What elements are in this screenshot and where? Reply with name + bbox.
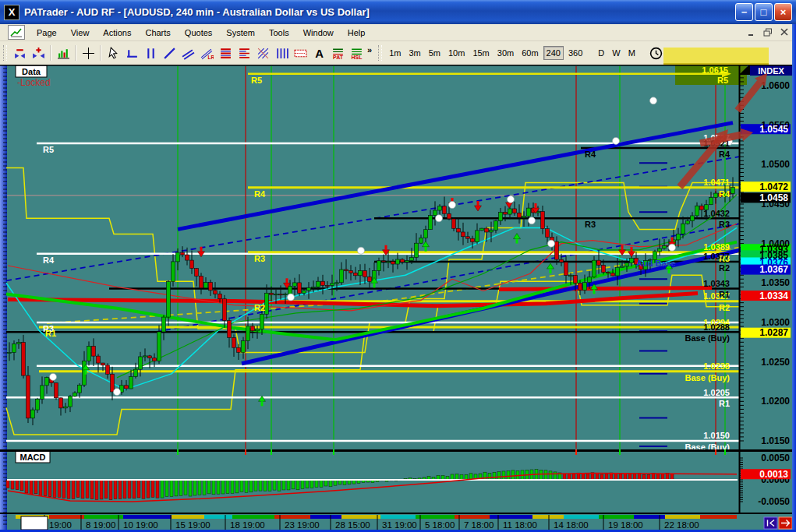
timeframe-30m-button[interactable]: 30m — [494, 46, 517, 60]
toolbar-grip[interactable] — [3, 45, 7, 61]
svg-text:1.0334: 1.0334 — [759, 291, 788, 301]
svg-text:5 18:00: 5 18:00 — [425, 520, 455, 530]
timeframe-360-button[interactable]: 360 — [565, 46, 586, 60]
vertical-line-tool-icon[interactable] — [141, 44, 160, 62]
svg-text:1.0500: 1.0500 — [761, 159, 790, 170]
svg-text:Base (Buy): Base (Buy) — [685, 373, 731, 382]
menu-item-quotes[interactable]: Quotes — [178, 26, 219, 40]
signal-dot-icon — [449, 202, 456, 209]
svg-text:R3: R3 — [254, 254, 265, 263]
svg-text:23 19:00: 23 19:00 — [285, 520, 320, 530]
page-chart-icon[interactable] — [8, 25, 25, 40]
svg-text:19 18:00: 19 18:00 — [608, 520, 643, 530]
go-to-begin-button[interactable] — [764, 517, 777, 529]
fib-levels-tool-icon[interactable] — [216, 44, 235, 62]
svg-text:31 19:00: 31 19:00 — [382, 520, 417, 530]
menu-item-tools[interactable]: Tools — [262, 26, 296, 40]
yellow-highlight-annotation — [663, 48, 769, 65]
app-icon: X — [4, 5, 19, 20]
window-title: PATrader - AUD RF - [AUDUSD, 240 min - A… — [24, 6, 734, 18]
svg-text:R4: R4 — [254, 189, 266, 199]
svg-text:1.0205: 1.0205 — [703, 388, 730, 397]
menu-bar: PageViewActionsChartsQuotesSystemToolsWi… — [0, 24, 796, 41]
timeframe-15m-button[interactable]: 15m — [469, 46, 492, 60]
mdi-minimize-button[interactable] — [745, 26, 759, 38]
parallel-lines-tool-icon[interactable] — [179, 44, 197, 62]
svg-text:R3: R3 — [719, 220, 730, 229]
svg-text:Base (Buy): Base (Buy) — [685, 333, 731, 343]
timeframe-5m-button[interactable]: 5m — [426, 46, 444, 60]
timeframe-1m-button[interactable]: 1m — [386, 46, 404, 60]
svg-text:1.0389: 1.0389 — [703, 242, 730, 252]
svg-text:1.0472: 1.0472 — [759, 181, 788, 192]
svg-text:R1: R1 — [719, 290, 730, 299]
menu-item-window[interactable]: Window — [296, 26, 341, 40]
toolbar-separator — [50, 45, 51, 61]
time-zones-tool-icon[interactable] — [272, 44, 291, 62]
red-support-line — [499, 287, 712, 289]
svg-text:10 19:00: 10 19:00 — [123, 520, 158, 530]
go-to-end-button[interactable] — [779, 517, 792, 529]
svg-text:Data: Data — [22, 67, 41, 76]
svg-text:1.0250: 1.0250 — [761, 357, 790, 368]
scale-expand-icon[interactable] — [29, 44, 48, 62]
close-button[interactable]: × — [774, 3, 792, 21]
period-D-button[interactable]: D — [595, 46, 607, 60]
gann-fan-tool-icon[interactable] — [253, 44, 272, 62]
menu-item-page[interactable]: Page — [30, 26, 64, 40]
menu-item-system[interactable]: System — [219, 26, 262, 40]
crosshair-icon[interactable] — [79, 44, 97, 62]
timeframe-10m-button[interactable]: 10m — [445, 46, 468, 60]
signal-dot-icon — [358, 247, 365, 254]
minimize-button[interactable]: − — [735, 3, 753, 21]
cycle-box-tool-icon[interactable] — [291, 44, 310, 62]
window-border-right — [792, 24, 796, 532]
signal-dot-icon — [508, 196, 515, 203]
toolbar-grip[interactable] — [378, 45, 382, 61]
period-M-button[interactable]: M — [625, 46, 639, 60]
text-tool-icon[interactable]: A — [310, 44, 328, 62]
horizontal-line-tool-icon[interactable] — [122, 44, 141, 62]
svg-text:11 18:00: 11 18:00 — [503, 520, 537, 530]
svg-text:1.0377: 1.0377 — [703, 252, 730, 261]
svg-text:R1: R1 — [719, 399, 730, 408]
chart-canvas[interactable]: R51.0527R4R31.0205R11.0150Base (Buy)R41.… — [0, 65, 792, 532]
svg-text:1.0432: 1.0432 — [703, 209, 730, 218]
scale-compress-icon[interactable] — [10, 44, 29, 62]
timeframe-240-button[interactable]: 240 — [543, 46, 564, 60]
svg-text:R4: R4 — [43, 255, 55, 265]
timeframe-60m-button[interactable]: 60m — [518, 46, 541, 60]
trend-line-tool-icon[interactable] — [160, 44, 179, 62]
svg-text:1.0458: 1.0458 — [759, 192, 788, 203]
svg-text:18 19:00: 18 19:00 — [230, 520, 265, 530]
linear-regression-tool-icon[interactable]: LR — [197, 44, 216, 62]
chart-region: R51.0527R4R31.0205R11.0150Base (Buy)R41.… — [0, 65, 792, 532]
toolbar-overflow-button[interactable]: » — [367, 45, 372, 55]
mdi-close-button[interactable] — [777, 26, 791, 38]
hsl-tool-icon[interactable]: HSL — [347, 44, 366, 62]
bar-chart-mode-icon[interactable] — [54, 44, 73, 62]
pointer-icon[interactable] — [104, 44, 122, 62]
menu-item-view[interactable]: View — [64, 26, 97, 40]
menu-item-help[interactable]: Help — [341, 26, 373, 40]
svg-text:INDEX: INDEX — [758, 66, 784, 76]
pat-tool-icon[interactable]: PAT — [328, 44, 347, 62]
mdi-restore-button[interactable] — [761, 26, 775, 38]
svg-text:15 19:00: 15 19:00 — [175, 520, 210, 530]
signal-dot-icon — [114, 389, 121, 396]
timeframe-3m-button[interactable]: 3m — [405, 46, 423, 60]
menu-item-charts[interactable]: Charts — [138, 26, 177, 40]
svg-text:LR: LR — [207, 54, 213, 59]
svg-text:R3: R3 — [585, 220, 596, 229]
menu-item-actions[interactable]: Actions — [96, 26, 138, 40]
panel-divider — [0, 449, 792, 452]
title-bar: X PATrader - AUD RF - [AUDUSD, 240 min -… — [0, 0, 796, 24]
maximize-button[interactable]: □ — [755, 3, 773, 21]
svg-text:R4: R4 — [585, 150, 596, 159]
svg-text:14 18:00: 14 18:00 — [554, 520, 589, 530]
period-W-button[interactable]: W — [609, 46, 623, 60]
svg-text:1.0150: 1.0150 — [761, 435, 790, 446]
svg-text:1.0350: 1.0350 — [761, 277, 790, 288]
signal-dot-icon — [548, 240, 555, 247]
price-levels-tool-icon[interactable] — [235, 44, 253, 62]
